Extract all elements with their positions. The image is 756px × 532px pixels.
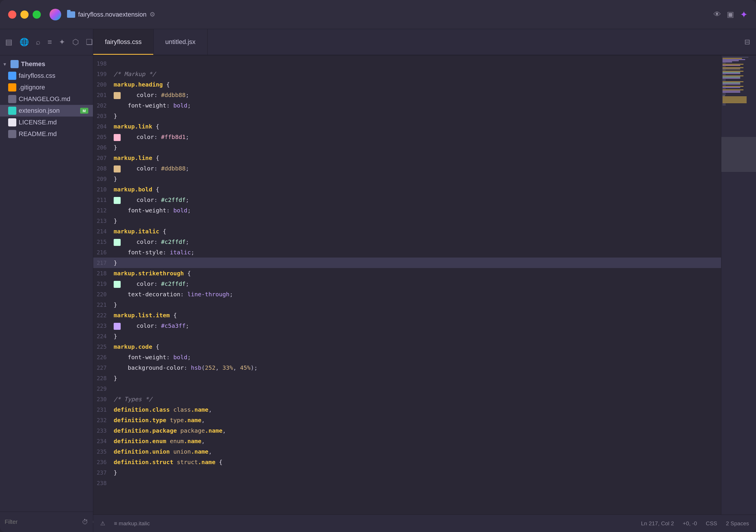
sidebar-item-themes[interactable]: ▾ Themes <box>0 58 93 70</box>
minimap-line <box>722 80 726 81</box>
sidebar-hex-btn[interactable]: ⬡ <box>72 38 79 47</box>
sidebar-file-label: LICENSE.md <box>19 119 57 126</box>
line-number: 206 <box>93 142 114 153</box>
code-text: color: #ddbb88; <box>122 90 721 100</box>
code-text: markup.heading { <box>114 79 721 90</box>
minimap-line <box>722 88 726 89</box>
clock-icon[interactable]: ⏱ <box>82 518 88 526</box>
split-editor-btn[interactable]: ⊟ <box>739 29 756 55</box>
line-number: 219 <box>93 279 114 289</box>
sidebar-star-btn[interactable]: ✦ <box>59 38 65 47</box>
code-text: definition.struct struct.name { <box>114 457 721 467</box>
line-number: 229 <box>93 384 114 394</box>
minimap-line <box>722 66 726 67</box>
code-text: definition.type type.name, <box>114 415 721 425</box>
sidebar-item-license[interactable]: LICENSE.md <box>0 117 93 128</box>
sidebar-search-btn[interactable]: ⌕ <box>36 38 40 47</box>
code-text: definition.package package.name, <box>114 425 721 436</box>
code-line: 228 } <box>93 373 721 384</box>
minimap-line <box>722 72 740 73</box>
sidebar-toolbar: ▤ 🌐 ⌕ ≡ ✦ ⬡ ❑ <box>0 29 93 55</box>
titlebar-right: 👁 ▣ ✦ <box>714 9 748 20</box>
status-position[interactable]: Ln 217, Col 2 <box>641 520 674 527</box>
code-text: color: #c5a3ff; <box>122 320 721 331</box>
sidebar-menu-btn[interactable]: ≡ <box>47 38 52 47</box>
code-text: } <box>114 257 721 268</box>
status-diff: +0, -0 <box>683 520 697 527</box>
code-text: /* Markup */ <box>114 69 721 79</box>
minimap-line <box>722 105 726 105</box>
line-number: 217 <box>93 257 114 268</box>
code-text: } <box>114 111 721 121</box>
folder-icon <box>67 12 75 18</box>
code-text: } <box>114 467 721 478</box>
code-line: 234 definition.enum enum.name, <box>93 436 721 446</box>
code-text: } <box>114 373 721 384</box>
minimap-line <box>722 75 743 76</box>
minimap-line <box>722 81 743 82</box>
line-number: 205 <box>93 132 114 142</box>
sidebar-item-gitignore[interactable]: .gitignore <box>0 82 93 93</box>
filter-input[interactable] <box>5 519 78 525</box>
code-line: 206 } <box>93 142 721 153</box>
minimap[interactable] <box>721 55 756 515</box>
minimap-line <box>722 96 747 97</box>
code-text: font-style: italic; <box>114 247 721 257</box>
status-indent[interactable]: 2 Spaces <box>726 520 749 527</box>
sidebar-item-changelog[interactable]: CHANGELOG.md <box>0 93 93 105</box>
close-button[interactable] <box>8 11 16 19</box>
code-content[interactable]: 198 199 /* Markup */ 200 markup.heading … <box>93 55 721 515</box>
line-number: 210 <box>93 184 114 195</box>
code-text: definition.union union.name, <box>114 446 721 457</box>
code-line: 207 markup.line { <box>93 153 721 163</box>
maximize-button[interactable] <box>33 11 41 19</box>
code-editor: 198 199 /* Markup */ 200 markup.heading … <box>93 55 756 515</box>
sidebar-web-btn[interactable]: 🌐 <box>19 38 29 47</box>
line-number: 232 <box>93 415 114 425</box>
status-symbol[interactable]: ≡ markup.italic <box>114 520 150 527</box>
sidebar-folder-label: Themes <box>21 60 45 68</box>
color-swatch <box>114 239 121 246</box>
sidebar-layout-btn[interactable]: ▤ <box>5 38 13 47</box>
code-text: markup.link { <box>114 121 721 132</box>
sidebar-item-fairyfloss-css[interactable]: fairyfloss.css <box>0 70 93 82</box>
code-line: 216 font-style: italic; <box>93 247 721 257</box>
sidebar-grid-btn[interactable]: ❑ <box>86 38 93 47</box>
code-line: 213 } <box>93 216 721 226</box>
line-number: 233 <box>93 425 114 436</box>
eye-button[interactable]: 👁 <box>714 10 721 19</box>
minimap-line <box>722 85 726 86</box>
minimize-button[interactable] <box>20 11 29 19</box>
line-number: 220 <box>93 289 114 300</box>
lic-file-icon <box>8 118 16 126</box>
sidebar-item-extension-json[interactable]: extension.json M <box>0 105 93 117</box>
code-line: 238 <box>93 478 721 488</box>
readme-file-icon <box>8 130 16 138</box>
gear-icon[interactable]: ⚙ <box>149 11 155 18</box>
minimap-line <box>722 92 740 93</box>
code-line-active: 217 } <box>93 257 721 268</box>
tab-untitled-jsx[interactable]: untitled.jsx <box>153 29 207 55</box>
minimap-line <box>722 82 740 83</box>
status-language[interactable]: CSS <box>706 520 717 527</box>
code-line: 203 } <box>93 111 721 121</box>
add-button[interactable]: ✦ <box>740 9 748 20</box>
line-number: 211 <box>93 195 114 205</box>
git-file-icon <box>8 83 16 92</box>
line-number: 218 <box>93 268 114 279</box>
minimap-line <box>722 78 740 79</box>
code-text: markup.list.item { <box>114 310 721 320</box>
minimap-line <box>722 74 726 75</box>
folder-icon <box>11 60 19 68</box>
code-text: definition.class class.name, <box>114 404 721 415</box>
tab-label: fairyfloss.css <box>105 38 142 46</box>
status-warning[interactable]: ⚠ <box>100 520 105 527</box>
line-number: 221 <box>93 300 114 310</box>
code-line: 236 definition.struct struct.name { <box>93 457 721 467</box>
sidebar-item-readme[interactable]: README.md <box>0 128 93 140</box>
code-line: 215 color: #c2ffdf; <box>93 237 721 247</box>
layout-button[interactable]: ▣ <box>727 10 734 19</box>
tab-fairyfloss-css[interactable]: fairyfloss.css <box>93 29 153 55</box>
code-text: markup.strikethrough { <box>114 268 721 279</box>
line-number: 214 <box>93 226 114 237</box>
